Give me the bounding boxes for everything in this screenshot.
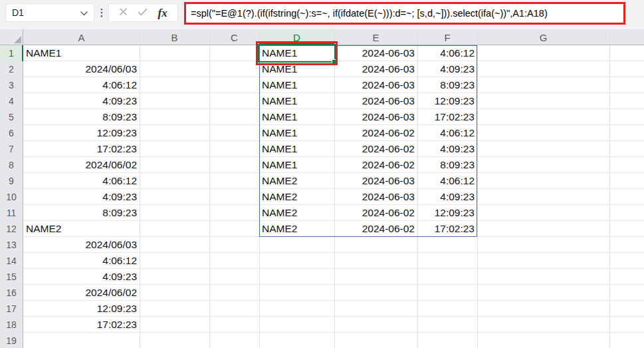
name-box-value: D1 (12, 7, 24, 18)
select-all-corner[interactable] (0, 29, 23, 45)
row-header-11[interactable]: 11 (0, 205, 23, 221)
row-header-15[interactable]: 15 (0, 269, 23, 285)
cell-A3[interactable]: 4:06:12 (23, 77, 140, 93)
formula-input[interactable]: =spl("=E@1(?).(if(ifstring(~):s=~, if(if… (184, 2, 625, 25)
row-selection-bar (22, 45, 23, 61)
cell-A1[interactable]: NAME1 (23, 45, 140, 61)
row-header-18[interactable]: 18 (0, 317, 23, 333)
column-header-C[interactable]: C (209, 29, 259, 45)
chevron-down-icon[interactable] (80, 7, 88, 19)
row-header-14[interactable]: 14 (0, 253, 23, 269)
spreadsheet-app: D1 ⋮ fx =spl("=E@1(?).(if(ifstring(~):s=… (0, 0, 644, 348)
formula-buttons-group: fx (108, 3, 178, 22)
cell-A13[interactable]: 2024/06/03 (23, 237, 140, 253)
cell-A16[interactable]: 2024/06/02 (23, 285, 140, 301)
cell-A2[interactable]: 2024/06/03 (23, 61, 140, 77)
select-all-triangle-icon (14, 36, 21, 43)
row-header-8[interactable]: 8 (0, 157, 23, 173)
row-header-6[interactable]: 6 (0, 125, 23, 141)
row-header-19[interactable]: 19 (0, 333, 23, 348)
row-header-2[interactable]: 2 (0, 61, 23, 77)
worksheet-grid: ABCDEFG12345678910111213141516171819NAME… (0, 29, 644, 348)
row-header-13[interactable]: 13 (0, 237, 23, 253)
row-header-16[interactable]: 16 (0, 285, 23, 301)
cell-A8[interactable]: 2024/06/02 (23, 157, 140, 173)
cell-A14[interactable]: 4:06:12 (23, 253, 140, 269)
cell-A11[interactable]: 8:09:23 (23, 205, 140, 221)
column-header-E[interactable]: E (334, 29, 417, 45)
cancel-icon[interactable] (119, 7, 128, 19)
row-header-5[interactable]: 5 (0, 109, 23, 125)
row-header-4[interactable]: 4 (0, 93, 23, 109)
cell-A17[interactable]: 12:09:23 (23, 301, 140, 317)
cell-A9[interactable]: 4:06:12 (23, 173, 140, 189)
formula-text: =spl("=E@1(?).(if(ifstring(~):s=~, if(if… (191, 8, 548, 19)
name-box[interactable]: D1 (5, 3, 94, 22)
spill-range-border (259, 45, 477, 237)
cell-A15[interactable]: 4:09:23 (23, 269, 140, 285)
row-header-17[interactable]: 17 (0, 301, 23, 317)
more-options-icon[interactable]: ⋮ (97, 3, 106, 22)
row-header-9[interactable]: 9 (0, 173, 23, 189)
cell-A5[interactable]: 8:09:23 (23, 109, 140, 125)
row-header-1[interactable]: 1 (0, 45, 23, 61)
cell-A18[interactable]: 17:02:23 (23, 317, 140, 333)
cell-A4[interactable]: 4:09:23 (23, 93, 140, 109)
column-header-B[interactable]: B (140, 29, 209, 45)
cell-A12[interactable]: NAME2 (23, 221, 140, 237)
cell-A10[interactable]: 4:09:23 (23, 189, 140, 205)
column-header-A[interactable]: A (23, 29, 140, 45)
column-header-G[interactable]: G (477, 29, 609, 45)
enter-icon[interactable] (138, 7, 148, 19)
cell-A7[interactable]: 17:02:23 (23, 141, 140, 157)
cell-A6[interactable]: 12:09:23 (23, 125, 140, 141)
row-header-3[interactable]: 3 (0, 77, 23, 93)
row-header-12[interactable]: 12 (0, 221, 23, 237)
insert-function-icon[interactable]: fx (158, 7, 167, 19)
column-header-F[interactable]: F (417, 29, 477, 45)
row-header-7[interactable]: 7 (0, 141, 23, 157)
formula-bar-row: D1 ⋮ fx =spl("=E@1(?).(if(ifstring(~):s=… (0, 0, 644, 29)
row-header-10[interactable]: 10 (0, 189, 23, 205)
annotation-box-cell (256, 41, 338, 65)
